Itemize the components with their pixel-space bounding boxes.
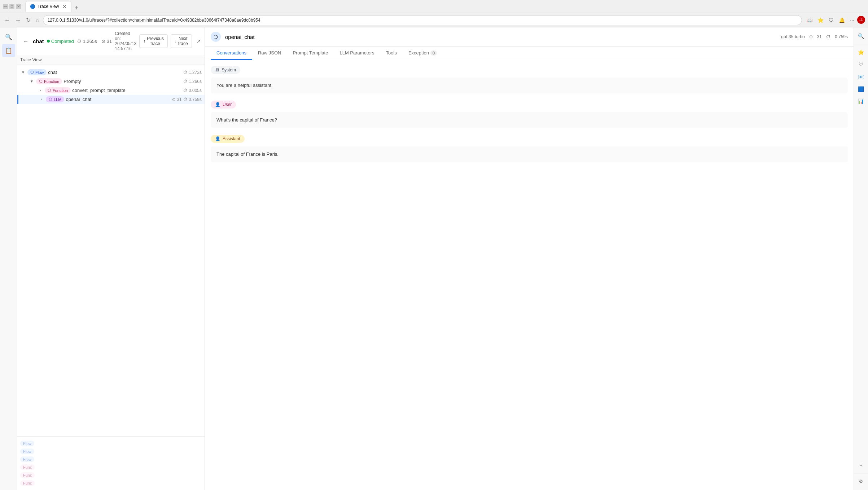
detail-icon: ⬡	[211, 32, 221, 42]
bg-item-6: Func	[17, 479, 205, 487]
assistant-icon: 👤	[215, 136, 220, 141]
duration-info: ⏱ 1.265s ⊙ 31	[77, 39, 112, 44]
tab-llm-parameters[interactable]: LLM Parameters	[334, 47, 380, 60]
bg-item-1: Flow	[17, 440, 205, 447]
assistant-badge: 👤 Assistant	[211, 135, 245, 143]
powerbi-right-button[interactable]: 📊	[855, 96, 867, 107]
favorites-right-button[interactable]: ⭐	[855, 47, 867, 58]
token-value: 31	[107, 39, 112, 44]
teams-right-button[interactable]: 🟦	[855, 83, 867, 95]
address-bar: ← → ↻ ⌂ 127.0.0.1:51330/v1.0/ui/traces/?…	[0, 13, 868, 27]
left-panel: ← chat Completed ⏱ 1.265s ⊙ 31 Created o…	[17, 27, 205, 490]
expand-flow-chat[interactable]: ▼	[20, 70, 26, 75]
bg-item-3: Flow	[17, 455, 205, 463]
expand-prompty[interactable]: ▼	[29, 79, 35, 84]
system-badge: 🖥 System	[211, 66, 240, 74]
expand-convert[interactable]: ›	[38, 88, 43, 93]
duration-value: 1.265s	[83, 39, 97, 44]
active-tab[interactable]: 🔵 Trace View ✕	[25, 1, 71, 12]
bg-item-5: Func	[17, 471, 205, 479]
prev-arrow-icon: ↑	[143, 39, 145, 44]
tab-raw-json[interactable]: Raw JSON	[252, 47, 287, 60]
extensions-button[interactable]: 🛡	[827, 16, 836, 25]
browser-titlebar: — □ ✕ 🔵 Trace View ✕ +	[0, 0, 868, 13]
refresh-button[interactable]: ↻	[25, 15, 32, 25]
previous-trace-button[interactable]: ↑ Previous trace	[139, 34, 168, 48]
detail-meta: gpt-35-turbo ⊙ 31 ⏱ 0.759s	[781, 34, 848, 39]
tree-item-function-prompty[interactable]: ▼ ⬡ Function Prompty ⏱ 1.266s	[17, 77, 205, 86]
tree-item-llm-openai[interactable]: › ⬡ LLM openai_chat ⊙ 31 ⏱ 0.759s	[17, 95, 205, 104]
tab-conversations[interactable]: Conversations	[211, 47, 252, 60]
status-text: Completed	[51, 39, 74, 44]
next-arrow-icon: ↓	[175, 39, 177, 44]
user-badge: 👤 User	[211, 101, 236, 109]
forward-button[interactable]: →	[14, 16, 22, 25]
home-button[interactable]: ⌂	[34, 16, 41, 25]
tab-exception[interactable]: Exception 0	[403, 47, 443, 60]
settings-right-button[interactable]: ⚙	[855, 476, 867, 487]
message-section-assistant: 👤 Assistant The capital of France is Par…	[211, 135, 848, 162]
user-icon: 👤	[215, 102, 220, 107]
more-button[interactable]: ···	[848, 16, 856, 25]
window-controls: — □ ✕	[3, 4, 21, 9]
assistant-role-badge-wrapper: 👤 Assistant	[211, 135, 848, 146]
favorites-button[interactable]: ⭐	[815, 16, 826, 25]
flow-chat-time: ⏱ 1.273s	[183, 70, 202, 75]
exception-count-badge: 0	[430, 50, 437, 56]
close-button[interactable]: ✕	[16, 4, 21, 9]
tree-item-flow-chat[interactable]: ▼ ⬡ Flow chat ⏱ 1.273s	[17, 68, 205, 77]
shield-right-button[interactable]: 🛡	[855, 59, 867, 70]
badge-llm-openai: ⬡ LLM	[46, 96, 64, 102]
detail-header: ⬡ openai_chat gpt-35-turbo ⊙ 31 ⏱ 0.759s	[205, 27, 854, 47]
previous-trace-label: Previous trace	[147, 36, 164, 46]
llm-openai-time: ⏱ 0.759s	[183, 97, 202, 102]
created-on-text: Created on: 2024/05/13 14:57:16	[115, 31, 136, 51]
tab-title: Trace View	[38, 4, 59, 9]
next-trace-label: Next trace	[178, 36, 188, 46]
expand-openai[interactable]: ›	[39, 97, 44, 102]
badge-function-convert: ⬡ Function	[45, 87, 71, 93]
llm-detail-icon: ⬡	[214, 34, 218, 40]
bg-sidebar-section: Flow Flow Flow Func Func Func	[17, 436, 205, 490]
flow-icon: ⬡	[30, 70, 34, 75]
user-message-content: What's the capital of France?	[211, 112, 848, 128]
traces-sidebar-button[interactable]: 📋	[2, 44, 15, 57]
new-tab-button[interactable]: +	[71, 4, 81, 12]
maximize-button[interactable]: □	[9, 4, 14, 9]
tree-item-function-convert[interactable]: › ⬡ Function convert_prompt_template ⏱ 0…	[17, 86, 205, 95]
address-actions: 📖 ⭐ 🛡 🔔 ··· 工	[804, 16, 865, 25]
system-message-content: You are a helpful assistant.	[211, 78, 848, 93]
user-role-badge-wrapper: 👤 User	[211, 101, 848, 112]
function-prompty-name: Prompty	[63, 79, 181, 84]
llm-icon: ⬡	[49, 97, 52, 102]
next-trace-button[interactable]: ↓ Next trace	[171, 34, 192, 48]
search-sidebar-button[interactable]: 🔍	[2, 30, 15, 43]
message-section-system: 🖥 System You are a helpful assistant.	[211, 66, 848, 93]
minimize-button[interactable]: —	[3, 4, 8, 9]
outlook-right-button[interactable]: 📧	[855, 71, 867, 83]
back-button[interactable]: ←	[3, 16, 12, 25]
user-avatar[interactable]: 工	[857, 16, 865, 24]
far-left-sidebar: 🔍 📋	[0, 27, 17, 490]
tab-close-button[interactable]: ✕	[62, 4, 67, 9]
share-button[interactable]: ↗	[195, 37, 202, 45]
detail-title: openai_chat	[225, 34, 255, 40]
flow-chat-name: chat	[48, 70, 181, 75]
badge-flow-chat: ⬡ Flow	[27, 69, 47, 75]
tabs-bar: Conversations Raw JSON Prompt Template L…	[205, 47, 854, 60]
detail-time: 0.759s	[835, 34, 848, 39]
bg-item-4: Func	[17, 463, 205, 471]
detail-model: gpt-35-turbo	[781, 34, 805, 39]
search-right-button[interactable]: 🔍	[855, 30, 867, 42]
divider-1	[854, 44, 868, 44]
trace-header-bar: ← chat Completed ⏱ 1.265s ⊙ 31 Created o…	[17, 27, 205, 55]
function-prompty-icon: ⬡	[39, 79, 43, 84]
reader-mode-button[interactable]: 📖	[804, 16, 815, 25]
profile-button[interactable]: 🔔	[837, 16, 847, 25]
add-right-button[interactable]: +	[855, 459, 867, 471]
url-bar[interactable]: 127.0.0.1:51330/v1.0/ui/traces/?#collect…	[43, 15, 802, 25]
tab-prompt-template[interactable]: Prompt Template	[287, 47, 334, 60]
llm-tokens: ⊙ 31	[172, 97, 182, 102]
tab-tools[interactable]: Tools	[380, 47, 403, 60]
conversations-content: 🖥 System You are a helpful assistant. 👤 …	[205, 60, 854, 490]
